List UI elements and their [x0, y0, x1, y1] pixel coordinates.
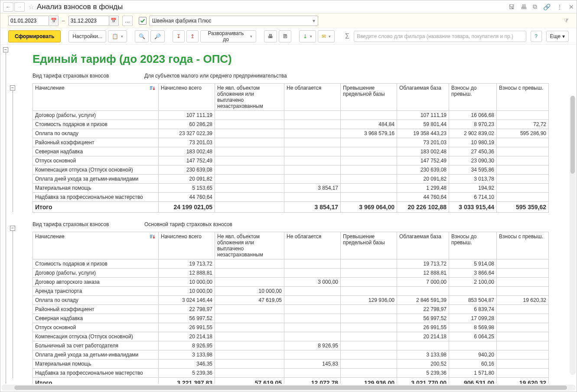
email-button[interactable]: ✉▾ [318, 30, 335, 42]
table-row[interactable]: Оплата дней ухода за детьми-инвалидами20… [33, 175, 549, 184]
table-row[interactable]: Надбавка за профессиональное мастерство4… [33, 193, 549, 202]
titlebar: ← → ☆ Анализ взносов в фонды 🖫 🖶 ⧉ 🔗 ⋮ ✕ [0, 0, 577, 13]
col-not-object[interactable]: Не явл. объектом обложения или выплачено… [215, 232, 284, 259]
window-title: Анализ взносов в фонды [37, 3, 509, 11]
organization-value: Швейная фабрика Плюс [152, 18, 212, 24]
print-icon[interactable]: 🖶 [521, 3, 527, 10]
filter-placeholder: Введите слово для фильтра (название това… [357, 33, 513, 39]
col-contrib-before[interactable]: Взносы до превыш. [449, 232, 497, 259]
date-range-dash: – [62, 18, 65, 24]
date-from-calendar-icon[interactable]: 📅 [49, 16, 59, 26]
table-row[interactable]: Стоимость подарков и призов19 713,7219 7… [33, 259, 549, 269]
link-icon[interactable]: 🔗 [543, 3, 551, 10]
table-row[interactable]: Компенсация отпуска (Отпуск основной)230… [33, 165, 549, 175]
col-total[interactable]: Начислено всего [159, 232, 215, 259]
table-row[interactable]: Районный коэффициент22 798,9722 798,976 … [33, 305, 549, 314]
more-button[interactable]: Еще▾ [546, 31, 569, 42]
find-prev-button[interactable]: 🔎 [150, 30, 165, 42]
tariff-meta-row: Вид тарифа страховых взносов Основной та… [33, 221, 568, 227]
table-row[interactable]: Отпуск основной26 991,5526 991,558 569,9… [33, 323, 549, 332]
nav-back-button[interactable]: ← [3, 2, 13, 12]
col-base[interactable]: Облагаемая база [397, 232, 449, 259]
table-row[interactable]: Аренда транспорта10 000,0010 000,00 [33, 287, 549, 296]
filter-input[interactable]: Введите слово для фильтра (название това… [354, 31, 526, 42]
tariff-meta-row: Вид тарифа страховых взносов Для субъект… [33, 73, 568, 79]
sort-asc-button[interactable]: ↧ [173, 30, 185, 42]
outline-gutter: − − − [0, 45, 20, 384]
tariff-label: Вид тарифа страховых взносов [33, 73, 144, 79]
table-row[interactable]: Надбавка за профессиональное мастерство5… [33, 369, 549, 378]
table-row[interactable]: Оплата дней ухода за детьми-инвалидами3 … [33, 350, 549, 360]
chevron-down-icon: ▾ [313, 18, 315, 24]
table-row[interactable]: Материальная помощь5 153,653 854,171 299… [33, 184, 549, 193]
horizontal-scrollbar[interactable] [1, 385, 576, 391]
col-accrual[interactable]: Начисление [33, 232, 159, 259]
favorite-icon[interactable]: ☆ [28, 3, 34, 11]
section-1-collapse-box[interactable]: − [10, 85, 15, 91]
col-exceed[interactable]: Превышение предельной базы [341, 232, 397, 259]
settings-button[interactable]: Настройки... [68, 30, 106, 42]
col-contrib-after[interactable]: Взносы с превыш. [497, 84, 549, 111]
sort-desc-button[interactable]: ↥ [186, 30, 199, 42]
print-preview-button[interactable]: 🖹 [279, 30, 292, 42]
filter-icon[interactable]: ⧩ [564, 17, 569, 24]
col-contrib-after[interactable]: Взносы с превыш. [497, 232, 549, 259]
table-row[interactable]: Договор (работы, услуги)107 111,19107 11… [33, 111, 549, 120]
tariff-value: Для субъектов малого или среднего предпр… [144, 73, 287, 79]
table-row[interactable]: Отпуск основной147 752,49147 752,4923 09… [33, 156, 549, 165]
table-row[interactable]: Северная надбавка56 997,5256 997,5217 09… [33, 314, 549, 323]
help-button[interactable]: ? [531, 31, 542, 42]
col-not-taxed[interactable]: Не облагается [284, 84, 341, 111]
col-total[interactable]: Начислено всего [159, 84, 215, 111]
col-not-object[interactable]: Не явл. объектом обложения или выплачено… [215, 84, 284, 111]
save-icon[interactable]: 🖫 [509, 3, 515, 10]
col-exceed[interactable]: Превышение предельной базы [341, 84, 397, 111]
table-row[interactable]: Стоимость подарков и призов60 286,28484,… [33, 120, 549, 129]
report-body: Единый тариф (до 2023 года - ОПС) Вид та… [20, 45, 577, 384]
kebab-icon[interactable]: ⋮ [557, 3, 563, 10]
filter-bar: 📅 – 📅 … Швейная фабрика Плюс ▾ ⧩ [0, 13, 577, 28]
tariff-label: Вид тарифа страховых взносов [33, 221, 144, 227]
find-button[interactable]: 🔍 [135, 30, 149, 42]
section-2-collapse-box[interactable]: − [10, 226, 15, 231]
report-title: Единый тариф (до 2023 года - ОПС) [33, 52, 568, 66]
collapse-all-box[interactable]: − [3, 47, 8, 52]
col-contrib-before[interactable]: Взносы до превыш. [449, 84, 497, 111]
table-row[interactable]: Договор авторского заказа10 000,003 000,… [33, 278, 549, 287]
preview-icon[interactable]: ⧉ [533, 3, 537, 10]
period-picker-button[interactable]: … [122, 16, 133, 26]
table-row[interactable]: Районный коэффициент73 201,0373 201,0310… [33, 138, 549, 147]
sigma-icon[interactable]: Σ [345, 32, 349, 40]
total-row: Итого3 221 397,8357 619,0512 072,78129 9… [33, 378, 549, 384]
date-from-input[interactable] [8, 16, 49, 26]
nav-forward-button[interactable]: → [14, 2, 25, 12]
report-table-0: Начисление Начислено всего Не явл. объек… [33, 83, 549, 213]
date-to-input[interactable] [68, 16, 109, 26]
date-to-calendar-icon[interactable]: 📅 [109, 16, 119, 26]
table-row[interactable]: Больничный за счет работодателя8 926,958… [33, 341, 549, 350]
table-row[interactable]: Компенсация отпуска (Отпуск основной)20 … [33, 332, 549, 341]
print-button[interactable]: 🖶 [264, 30, 277, 42]
table-row[interactable]: Договор (работы, услуги)12 888,8112 888,… [33, 269, 549, 278]
table-row[interactable]: Северная надбавка183 002,48183 002,4827 … [33, 147, 549, 156]
col-base[interactable]: Облагаемая база [397, 84, 449, 111]
close-icon[interactable]: ✕ [569, 3, 574, 10]
expand-to-button[interactable]: Разворачивать до▾ [200, 30, 256, 42]
organization-select[interactable]: Швейная фабрика Плюс ▾ [149, 16, 318, 26]
org-checkbox[interactable] [139, 17, 147, 25]
paste-button[interactable]: 📋▾ [108, 30, 127, 42]
table-row[interactable]: Оплата по окладу3 024 146,4447 619,05129… [33, 296, 549, 305]
report-table-1: Начисление Начислено всего Не явл. объек… [33, 232, 549, 384]
tariff-value: Основной тариф страховых взносов [144, 221, 232, 227]
save-button[interactable]: ⤓▾ [299, 30, 316, 42]
table-row[interactable]: Оплата по окладу23 327 022,393 968 579,1… [33, 129, 549, 138]
total-row: Итого24 199 021,053 854,173 969 064,0020… [33, 202, 549, 213]
col-accrual[interactable]: Начисление [33, 84, 159, 111]
vertical-scrollbar[interactable] [570, 96, 576, 375]
col-not-taxed[interactable]: Не облагается [284, 232, 341, 259]
table-row[interactable]: Материальная помощь346,35145,83200,5260,… [33, 360, 549, 369]
toolbar: Сформировать Настройки... 📋▾ 🔍 🔎 ↧ ↥ Раз… [0, 28, 577, 45]
generate-button[interactable]: Сформировать [8, 30, 61, 42]
